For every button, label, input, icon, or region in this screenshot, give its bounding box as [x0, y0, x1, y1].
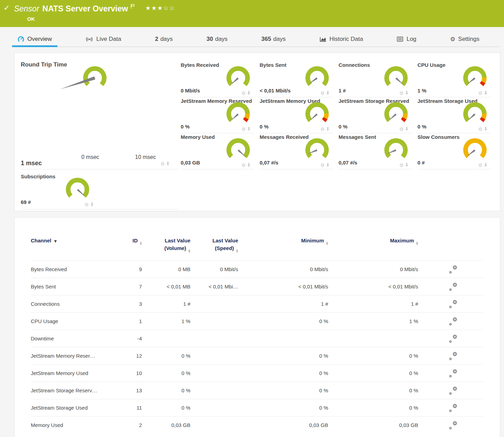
table-row[interactable]: Connections 3 1 # 1 # 1 # ⚙⚙ [31, 295, 483, 312]
table-row[interactable]: JetStream Storage Reserv… 13 0 % 0 % 0 %… [31, 382, 483, 399]
pin-icon[interactable] [405, 91, 408, 96]
tab-number: 2 [155, 36, 158, 43]
row-settings-button[interactable]: ⚙⚙ [423, 352, 483, 360]
flag-icon[interactable] [130, 4, 135, 9]
table-row[interactable]: Memory Used 2 0,03 GB 0,03 GB 0,03 GB ⚙⚙ [31, 416, 483, 434]
tab-live-data[interactable]: Live Data [82, 32, 125, 46]
table-row[interactable]: Bytes Sent 7 < 0,01 MB < 0,01 Mbi… < 0,0… [31, 278, 483, 295]
row-settings-button[interactable]: ⚙⚙ [423, 404, 483, 412]
row-settings-button[interactable]: ⚙⚙ [423, 265, 483, 274]
tab-log[interactable]: Log [393, 32, 420, 46]
gauge-scale-max: 10 msec [135, 154, 156, 160]
row-settings-button[interactable]: ⚙⚙ [423, 369, 483, 377]
table-row[interactable]: Bytes Received 9 0 MB 0 Mbit/s 0 Mbit/s … [31, 260, 483, 278]
gauge [384, 102, 408, 126]
gear-icon[interactable]: ⚙ [320, 91, 325, 96]
tab-overview[interactable]: Overview [14, 32, 55, 46]
gauge-value: 69 # [21, 199, 31, 205]
pin-icon[interactable] [326, 91, 330, 96]
gear-icon[interactable]: ⚙ [320, 163, 325, 168]
row-settings-button[interactable]: ⚙⚙ [423, 283, 483, 291]
col-header-id[interactable]: ID▲▼ [119, 237, 147, 245]
gear-icon[interactable]: ⚙ [399, 163, 404, 168]
pin-icon[interactable] [247, 127, 251, 132]
table-row[interactable]: JetStream Memory Reser… 12 0 % 0 % 0 % ⚙… [31, 347, 483, 364]
tab-30-days[interactable]: 30 days [203, 32, 231, 46]
gauge-tile[interactable]: Messages Sent 0,07 #/s ⚙ [339, 133, 412, 169]
gear-icon[interactable]: ⚙ [478, 163, 483, 168]
row-settings-button[interactable]: ⚙⚙ [423, 421, 483, 429]
row-settings-button[interactable]: ⚙⚙ [423, 317, 483, 325]
row-settings-button[interactable]: ⚙⚙ [423, 386, 483, 395]
subscriptions-tile[interactable]: Subscriptions 69 # ⚙ [21, 169, 178, 209]
gear-icon[interactable]: ⚙ [241, 163, 246, 168]
cell-last-value-volume: 0 MB [147, 266, 195, 272]
sensor-banner: ✓ Sensor NATS Server Overview ★★★☆☆ OK [0, 0, 504, 27]
gauge-tile[interactable]: JetStream Memory Reserved 0 % ⚙ [181, 97, 254, 133]
gear-icon[interactable]: ⚙ [478, 91, 483, 96]
gauge-tile[interactable]: Bytes Sent < 0,01 Mbit/s ⚙ [260, 61, 333, 97]
priority-stars[interactable]: ★★★☆☆ [145, 3, 175, 13]
col-header-maximum[interactable]: Maximum▲▼ [333, 237, 423, 245]
sort-icon: ▲▼ [140, 241, 142, 245]
col-header-last-value-speed[interactable]: Last Value (Speed)▲▼ [195, 237, 243, 253]
table-row[interactable]: JetStream Storage Used 11 0 % 0 % 0 % ⚙⚙ [31, 399, 483, 416]
tab-bar: Overview Live Data 2 days 30 days 365 da… [14, 32, 500, 47]
gear-icon[interactable]: ⚙ [160, 161, 165, 166]
tab-365-days[interactable]: 365 days [258, 32, 289, 46]
cell-last-value-volume: 0 % [147, 387, 195, 393]
col-header-last-value-volume[interactable]: Last Value (Volume)▲▼ [147, 237, 195, 253]
cell-id: 1 [119, 318, 147, 324]
cell-channel: JetStream Storage Reserv… [31, 387, 119, 393]
pin-icon[interactable] [326, 163, 330, 168]
tab-settings[interactable]: ⚙ Settings [447, 32, 483, 46]
cell-minimum: < 0,01 Mbit/s [243, 284, 333, 289]
table-row[interactable]: CPU Usage 1 1 % 0 % 1 % ⚙⚙ [31, 312, 483, 330]
pin-icon[interactable] [247, 91, 251, 96]
gauge-arc [384, 102, 408, 126]
cell-maximum: < 0,01 Mbit/s [333, 284, 423, 289]
col-header-minimum[interactable]: Minimum▲▼ [243, 237, 333, 245]
gear-icon[interactable]: ⚙ [478, 127, 483, 132]
col-header-channel[interactable]: Channel▼ [31, 237, 119, 245]
tab-2-days[interactable]: 2 days [152, 32, 176, 46]
gauge-tile[interactable]: Slow Consumers 0 # ⚙ [417, 133, 491, 169]
pin-icon[interactable] [326, 127, 330, 132]
cell-id: 12 [119, 353, 147, 359]
gauge-value: 0 Mbit/s [181, 88, 200, 93]
table-row[interactable]: JetStream Memory Used 10 0 % 0 % 0 % ⚙⚙ [31, 364, 483, 382]
gear-icon[interactable]: ⚙ [84, 202, 89, 207]
gauge-tile[interactable]: JetStream Storage Reserved 0 % ⚙ [339, 97, 412, 133]
gauge-tile[interactable]: JetStream Storage Used 0 % ⚙ [417, 97, 491, 133]
gauge-tile[interactable]: JetStream Memory Used 0 % ⚙ [260, 97, 333, 133]
pin-icon[interactable] [484, 91, 487, 96]
col-header-label: Last Value [213, 238, 238, 243]
gauge-tile[interactable]: Messages Received 0,07 #/s ⚙ [260, 133, 333, 169]
table-row[interactable]: Downtime -4 ⚙⚙ [31, 330, 483, 347]
pin-icon[interactable] [405, 163, 408, 168]
gear-icon[interactable]: ⚙ [241, 91, 246, 96]
gauge-arc [226, 138, 250, 162]
gauge-tile[interactable]: Bytes Received 0 Mbit/s ⚙ [181, 61, 254, 97]
round-trip-time-tile[interactable]: Round Trip Time 0 msec 10 msec 1 msec ⚙ [21, 61, 178, 169]
gauge-tile[interactable]: Memory Used 0,03 GB ⚙ [181, 133, 254, 169]
sort-icon: ▲▼ [236, 249, 238, 253]
cell-maximum: 1 % [333, 318, 423, 324]
gear-icon[interactable]: ⚙ [320, 127, 325, 132]
gear-icon[interactable]: ⚙ [399, 127, 404, 132]
gear-icon[interactable]: ⚙ [399, 91, 404, 96]
row-settings-button[interactable]: ⚙⚙ [423, 300, 483, 308]
pin-icon[interactable] [484, 163, 487, 168]
pin-icon[interactable] [484, 127, 487, 132]
row-settings-button[interactable]: ⚙⚙ [423, 335, 483, 343]
pin-icon[interactable] [90, 202, 94, 207]
pin-icon[interactable] [166, 161, 170, 166]
tab-historic-data[interactable]: Historic Data [316, 32, 367, 46]
gauge-tile[interactable]: CPU Usage 1 % ⚙ [417, 61, 491, 97]
pin-icon[interactable] [405, 127, 408, 132]
gauge-value: 0 % [417, 124, 426, 130]
sort-icon: ▲▼ [326, 241, 328, 245]
gear-icon[interactable]: ⚙ [241, 127, 246, 132]
pin-icon[interactable] [247, 163, 251, 168]
gauge-tile[interactable]: Connections 1 # ⚙ [339, 61, 412, 97]
